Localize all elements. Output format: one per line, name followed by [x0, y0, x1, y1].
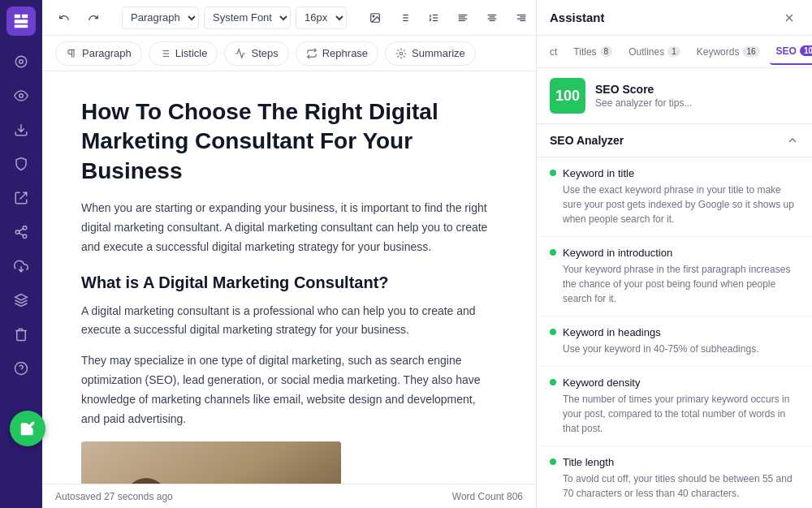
image-button[interactable] [363, 6, 387, 29]
svg-line-8 [20, 192, 27, 199]
align-center-icon [486, 12, 498, 24]
tab-titles[interactable]: Titles 8 [567, 39, 619, 65]
list-ul-button[interactable] [392, 6, 417, 29]
status-dot-3 [550, 329, 556, 335]
article-p1: When you are starting or expanding your … [81, 199, 497, 256]
status-dot-5 [550, 458, 556, 465]
analyzer-item-title-length: Title length To avoid cut off, your titl… [537, 446, 812, 508]
trash-nav[interactable] [6, 320, 36, 349]
app-logo[interactable] [6, 6, 36, 36]
writing-toolbar: Paragraph Listicle Steps Rephrase Summar… [42, 36, 536, 71]
tab-ct[interactable]: ct [543, 39, 564, 65]
panel-tabs: ct Titles 8 Outlines 1 Keywords 16 SEO 1… [537, 36, 812, 68]
status-bar: Autosaved 27 seconds ago Word Count 806 [42, 484, 536, 508]
align-right-button[interactable] [509, 6, 533, 29]
word-count: Word Count 806 [452, 491, 523, 502]
svg-marker-15 [15, 295, 28, 301]
analyzer-item-keyword-headings: Keyword in headings Use your keyword in … [537, 316, 812, 367]
eye-nav[interactable] [6, 81, 36, 110]
analyzer-item-keyword-intro: Keyword in introduction Your keyword phr… [537, 237, 812, 316]
edit-fab[interactable] [10, 411, 45, 446]
tab-keywords[interactable]: Keywords 16 [690, 39, 767, 65]
format-toolbar: Paragraph System Font 16px B [42, 0, 536, 36]
svg-rect-2 [15, 19, 28, 24]
editor-area: Paragraph System Font 16px B [42, 0, 536, 508]
shield-nav[interactable] [6, 149, 36, 179]
listicle-tool-button[interactable]: Listicle [149, 41, 218, 66]
tab-seo[interactable]: SEO 100 [770, 39, 812, 65]
left-sidebar [0, 0, 42, 508]
seo-score-section: 100 SEO Score See analyzer for tips... [537, 68, 812, 124]
dashboard-nav[interactable] [6, 47, 36, 76]
status-dot-4 [550, 379, 556, 385]
svg-point-19 [373, 15, 374, 17]
align-left-icon [457, 12, 469, 24]
undo-icon [58, 12, 70, 24]
svg-point-4 [15, 56, 27, 67]
cloud-download-nav[interactable] [6, 252, 36, 281]
ordered-list-icon [428, 12, 439, 24]
article-p2: A digital marketing consultant is a prof… [81, 302, 497, 341]
svg-line-13 [19, 229, 23, 231]
summarize-tool-icon [395, 48, 407, 59]
score-info: SEO Score See analyzer for tips... [595, 83, 799, 109]
article-p3: They may specialize in one type of digit… [81, 351, 497, 428]
help-nav[interactable] [6, 354, 36, 383]
analyzer-item-keyword-density: Keyword density The number of times your… [537, 367, 812, 446]
paragraph-select[interactable]: Paragraph [122, 6, 199, 29]
undo-button[interactable] [52, 6, 76, 29]
list-ol-button[interactable] [421, 6, 446, 29]
close-panel-button[interactable] [780, 8, 799, 28]
align-center-button[interactable] [480, 6, 504, 29]
article-image-svg [81, 441, 341, 484]
font-select[interactable]: System Font [204, 6, 291, 29]
svg-point-9 [23, 226, 27, 230]
assistant-panel: Assistant ct Titles 8 Outlines 1 Keyword… [536, 0, 812, 508]
svg-point-5 [19, 60, 24, 64]
svg-rect-3 [15, 25, 28, 28]
rephrase-tool-button[interactable]: Rephrase [296, 41, 378, 66]
score-title: SEO Score [595, 83, 799, 96]
svg-rect-1 [22, 15, 28, 19]
tab-outlines[interactable]: Outlines 1 [622, 39, 687, 65]
pencil-icon [19, 420, 36, 437]
logo-icon [12, 12, 30, 30]
steps-tool-icon [235, 48, 246, 59]
score-subtitle: See analyzer for tips... [595, 97, 799, 109]
image-icon [369, 12, 381, 24]
status-dot-2 [550, 249, 556, 256]
redo-icon [88, 12, 99, 24]
svg-point-10 [15, 230, 19, 235]
align-left-button[interactable] [451, 6, 475, 29]
editor-content[interactable]: How To Choose The Right Digital Marketin… [42, 71, 536, 484]
analyzer-title: SEO Analyzer [550, 134, 624, 147]
summarize-tool-button[interactable]: Summarize [385, 41, 476, 66]
seo-score-badge: 100 [550, 78, 585, 114]
analyzer-header[interactable]: SEO Analyzer [537, 124, 812, 157]
listicle-tool-icon [159, 48, 171, 59]
analyzer-item-keyword-title: Keyword in title Use the exact keyword p… [537, 157, 812, 237]
chevron-up-icon [786, 134, 799, 147]
panel-header: Assistant [537, 0, 812, 36]
paragraph-tool-button[interactable]: Paragraph [55, 41, 142, 66]
panel-title: Assistant [550, 11, 605, 24]
download-nav[interactable] [6, 115, 36, 144]
close-icon [783, 11, 796, 24]
svg-rect-0 [15, 15, 20, 19]
svg-rect-48 [81, 441, 341, 484]
export-nav[interactable] [6, 183, 36, 213]
redo-button[interactable] [81, 6, 106, 29]
layers-nav[interactable] [6, 286, 36, 315]
share-nav[interactable] [6, 217, 36, 247]
unordered-list-icon [399, 12, 410, 24]
svg-point-11 [23, 235, 27, 239]
autosave-status: Autosaved 27 seconds ago [55, 491, 173, 502]
article-image [81, 441, 341, 484]
align-right-icon [516, 12, 527, 24]
article-h2: What is A Digital Marketing Consultant? [81, 273, 497, 292]
paragraph-tool-icon [66, 48, 77, 59]
status-dot-1 [550, 170, 556, 176]
size-select[interactable]: 16px [296, 6, 347, 29]
svg-line-12 [19, 233, 23, 235]
steps-tool-button[interactable]: Steps [224, 41, 288, 66]
